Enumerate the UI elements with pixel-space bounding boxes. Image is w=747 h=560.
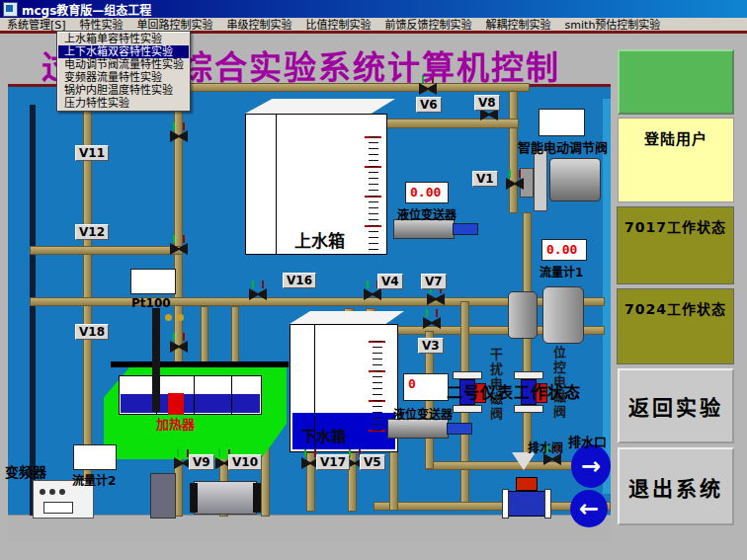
electrode-terminal: [177, 314, 184, 321]
flow2-label: 流量计2: [72, 471, 116, 488]
inverter-label: 变频器: [5, 461, 46, 481]
valve-label-v12: V12: [75, 224, 109, 240]
flow1-display: 0.00: [541, 239, 587, 261]
lower-level-sensor: [387, 419, 449, 439]
lower-tank-scale: [362, 341, 385, 435]
app-icon: [3, 2, 18, 17]
drain-valve[interactable]: [543, 453, 561, 465]
em-flowmeter-body: [508, 491, 545, 517]
valve-v3[interactable]: [423, 317, 441, 329]
valve-label-v11: V11: [75, 145, 109, 161]
upper-level-transmitter-label: 液位变送器: [397, 205, 456, 222]
valve-label-v17: V17: [316, 454, 350, 470]
upper-level-display: 0.00: [405, 182, 449, 203]
pump-cap: [190, 483, 198, 513]
inverter-slot: [43, 502, 73, 514]
valve-v16[interactable]: [249, 288, 267, 300]
heater-label: 加热器: [156, 414, 195, 433]
pipe-segment: [201, 306, 208, 367]
inverter-knob: [59, 489, 65, 495]
valve-label-v10: V10: [228, 454, 262, 470]
lower-tank-label: 下水箱: [301, 425, 346, 445]
dropdown-item-boiler-temperature[interactable]: 锅炉内胆温度特性实验: [58, 84, 189, 97]
dropdown-item-pressure[interactable]: 压力特性实验: [58, 97, 189, 110]
em-flowmeter-flange: [502, 489, 509, 519]
pipe-segment: [385, 119, 519, 128]
pt100-label: Pt100: [131, 296, 171, 310]
left-manifold-wall: [30, 105, 36, 516]
valve-label-v5: V5: [360, 454, 385, 470]
pump-cylinder: [194, 481, 257, 515]
dropdown-item-upper-tank-single[interactable]: 上水箱单容特性实验: [58, 33, 189, 45]
lower-level-sensor-tip: [447, 423, 472, 435]
status-7017-panel: 7017工作状态: [617, 206, 734, 284]
smart-valve-label: 智能电动调节阀: [518, 137, 608, 156]
solenoid-flange: [453, 371, 482, 379]
valve-v12[interactable]: [170, 243, 188, 255]
valve-label-v9: V9: [189, 454, 214, 470]
lower-level-transmitter-label: 液位变送器: [393, 405, 453, 422]
diagram-floor: [8, 515, 611, 541]
window-title: mcgs教育版—组态工程: [22, 1, 151, 18]
pt100-probe: [152, 308, 160, 412]
boiler-grid-line: [231, 375, 232, 415]
drain-outlet-label: 排水口: [568, 432, 607, 450]
dropdown-item-electric-valve-flow[interactable]: 电动调节阀流量特性实验: [58, 58, 189, 71]
valve-label-v1: V1: [472, 171, 498, 187]
flow1-label: 流量计1: [540, 263, 583, 280]
pipe-segment: [389, 449, 398, 511]
valve-label-v8: V8: [474, 95, 500, 111]
smart-valve-flange: [534, 150, 547, 211]
boiler-top-frame: [111, 361, 289, 367]
boiler-grid-line: [194, 375, 195, 415]
solenoid-flange: [514, 405, 543, 413]
upper-tank-wall-line: [276, 115, 277, 254]
pipe-segment: [509, 91, 518, 213]
valve-label-v3: V3: [418, 338, 444, 354]
drain-outlet-left-arrow: ←: [570, 490, 608, 527]
dropdown-item-inverter-flow[interactable]: 变频器流量特性实验: [58, 71, 189, 84]
inverter-knob: [40, 489, 45, 495]
electrode-terminal: [165, 314, 172, 321]
em-flowmeter-flange: [544, 489, 551, 519]
pipe-segment: [30, 246, 183, 255]
return-experiment-button[interactable]: 返回实验: [618, 368, 734, 443]
upper-level-sensor: [393, 219, 455, 239]
valve-label-v6: V6: [416, 97, 442, 113]
pt100-display: [130, 269, 176, 294]
pump-cap: [253, 483, 261, 513]
upper-tank-scale: [356, 136, 381, 251]
mcgs-window: mcgs教育版—组态工程 系统管理[S] 特性实验 单回路控制实验 串级控制实验…: [0, 0, 747, 560]
valve-label-v4: V4: [377, 274, 403, 289]
instrument-status-text: 二号仪表工作状态: [447, 379, 581, 403]
valve-v7[interactable]: [427, 293, 445, 305]
valve-v1[interactable]: [506, 178, 524, 190]
valve-v18[interactable]: [170, 341, 188, 353]
exit-system-button[interactable]: 退出系统: [618, 447, 734, 525]
characteristic-experiment-dropdown: 上水箱单容特性实验 上下水箱双容特性实验 电动调节阀流量特性实验 变频器流量特性…: [56, 31, 191, 112]
dropdown-item-upper-lower-tank-double[interactable]: 上下水箱双容特性实验: [58, 45, 189, 58]
status-7024-panel: 7024工作状态: [617, 288, 734, 364]
em-flowmeter-head: [516, 477, 538, 491]
flow2-display: [73, 444, 117, 470]
login-label: 登陆用户: [619, 127, 733, 148]
lower-level-display: 0: [403, 373, 449, 401]
valve-label-v18: V18: [75, 324, 109, 340]
status-7017-title: 7017工作状态: [618, 216, 733, 236]
status-7024-title: 7024工作状态: [618, 298, 733, 318]
boiler-inner-water: [121, 394, 260, 413]
valve-v11[interactable]: [170, 130, 188, 142]
solenoid-flange: [453, 405, 482, 413]
datetime-panel: [618, 49, 734, 115]
solenoid-flange: [514, 371, 543, 379]
inverter-knob: [49, 489, 55, 495]
valve-v4[interactable]: [364, 288, 381, 300]
heater-element: [168, 393, 184, 415]
flowmeter1-device: [508, 291, 538, 339]
pump-device: [542, 286, 584, 344]
upper-level-sensor-tip: [453, 223, 478, 235]
login-panel: 登陆用户: [618, 118, 734, 202]
pump-bracket: [150, 473, 176, 519]
title-bar[interactable]: mcgs教育版—组态工程: [0, 0, 747, 18]
smart-valve-motor: [549, 158, 601, 201]
